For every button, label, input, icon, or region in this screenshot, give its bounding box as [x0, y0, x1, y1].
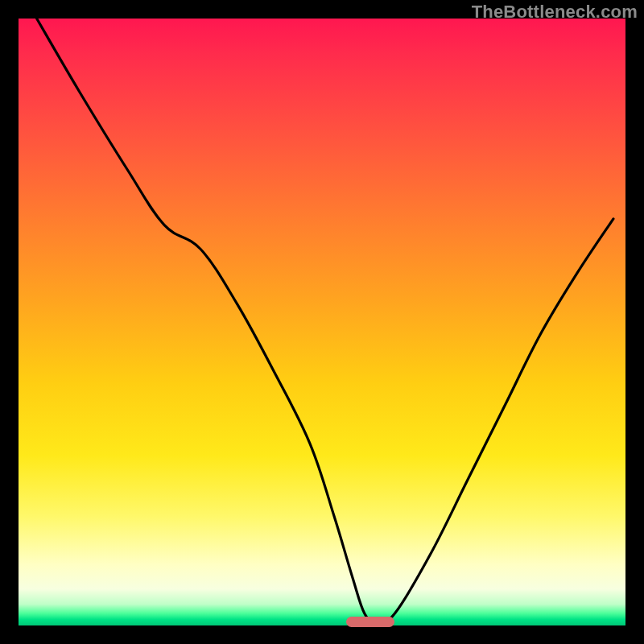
- optimal-range-marker: [346, 617, 394, 626]
- outer-frame: TheBottleneck.com: [0, 0, 644, 644]
- plot-area: [19, 19, 625, 625]
- bottleneck-curve: [19, 19, 625, 625]
- attribution-text: TheBottleneck.com: [472, 2, 638, 23]
